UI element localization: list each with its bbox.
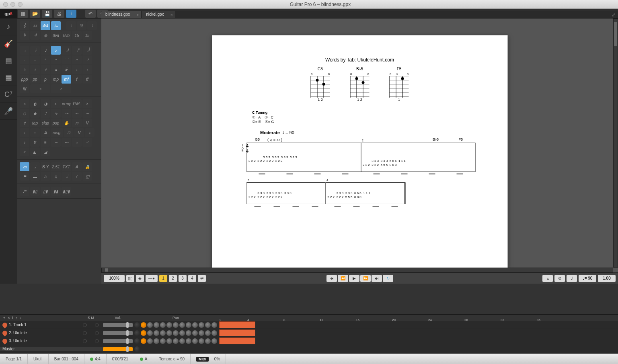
eq-knob[interactable] (166, 322, 172, 328)
arpeggio-down-tool[interactable]: ↓ (20, 128, 29, 137)
close-icon[interactable]: × (136, 12, 139, 19)
sixteenth-note-tool[interactable]: 𝅘𝅥𝅯 (62, 46, 71, 55)
track-name[interactable]: 2. Ukulele (0, 331, 79, 335)
multitrack-button[interactable]: ⇄ (198, 275, 206, 282)
tie-tool[interactable]: ⌒ (62, 55, 71, 64)
page-1-button[interactable]: 1 (159, 275, 167, 282)
eq-knob[interactable] (141, 338, 146, 344)
first-button[interactable]: ⏮ (326, 275, 337, 282)
bend-tool[interactable]: ⤴ (41, 109, 50, 118)
eq-knob[interactable] (179, 330, 185, 336)
solo-button[interactable] (83, 331, 87, 335)
eq-knob[interactable] (186, 322, 191, 328)
countdown-button[interactable]: ⊙ (554, 275, 565, 282)
fade-in-tool[interactable]: ◣ (30, 147, 40, 156)
barline-tool[interactable]: 𝄀 (66, 21, 76, 30)
prevent-tool[interactable]: ⚑ (20, 172, 29, 181)
timer-tool[interactable]: 2:51 (51, 162, 61, 171)
section-tool[interactable]: ▭ (20, 162, 29, 171)
natural-harmonic-tool[interactable]: ◇ (20, 109, 29, 118)
natural-tool[interactable]: ♮ (30, 65, 40, 74)
eq-knob[interactable] (205, 330, 211, 336)
rewind-button[interactable]: ⏪ (338, 275, 348, 282)
eq-knob[interactable] (179, 338, 185, 344)
tuplet-tool[interactable]: ³ (41, 55, 50, 64)
shift-down-tool[interactable]: ↓ (72, 65, 82, 74)
text-tool[interactable]: TXT (62, 162, 71, 171)
solo-button[interactable] (83, 323, 87, 327)
eq-knob[interactable] (154, 338, 159, 344)
ottava-8vb-tool[interactable]: 8vb (62, 31, 71, 40)
page-slider[interactable]: —● (146, 275, 158, 282)
measure-1[interactable]: G5 4 4 3 3 3 3 3 3 3 3 3 3 3 3 2 2 2 2 2… (246, 143, 361, 172)
undo-button[interactable]: ↶ (85, 10, 96, 18)
double-bar-tool[interactable]: 𝄁 (87, 21, 97, 30)
clip[interactable] (219, 329, 255, 336)
multirest-tool[interactable]: ▬ (30, 172, 40, 181)
automation-pan-tool[interactable]: ▯▮ (41, 187, 50, 196)
grace-before-tool[interactable]: ♪ (85, 128, 94, 137)
move-down-icon[interactable]: ↓ (20, 316, 22, 320)
upstroke2-tool[interactable]: V (82, 119, 92, 127)
eq-knob[interactable] (160, 322, 166, 328)
repeat-close-tool[interactable]: 𝄇 (30, 31, 40, 40)
minimize-window-icon[interactable] (10, 2, 15, 7)
mute-button[interactable] (95, 323, 99, 327)
lyrics-panel-icon[interactable]: 🎤 (0, 103, 17, 120)
scrollbar-thumb[interactable] (105, 268, 108, 272)
loop-button[interactable]: ↻ (383, 275, 393, 282)
ghost-note-tool[interactable]: ○ (20, 99, 29, 108)
staccato-tool[interactable]: ♪· (51, 99, 61, 108)
quarter-note-tool[interactable]: ♩ (41, 46, 50, 55)
upstroke-tool[interactable]: ⇑ (20, 119, 29, 127)
artificial-harmonic-tool[interactable]: ◆ (30, 109, 40, 118)
turn-tool[interactable]: ∽ (51, 138, 61, 147)
edition-panel-icon[interactable]: ♪ (0, 18, 17, 35)
dead-note-tool[interactable]: × (82, 99, 92, 108)
play-button[interactable]: ▶ (349, 275, 359, 282)
pan-knob[interactable] (134, 322, 140, 328)
track-timeline[interactable] (219, 329, 618, 337)
instrument-panel-icon[interactable]: 🎸 (0, 35, 17, 52)
eq-knob[interactable] (211, 322, 217, 328)
eq-knob[interactable] (199, 338, 204, 344)
shift-up-tool[interactable]: ↑ (82, 65, 92, 74)
last-button[interactable]: ⏭ (372, 275, 382, 282)
print-button[interactable]: 🖨 (54, 10, 64, 18)
zoom-fit-button[interactable]: ◈ (136, 275, 144, 282)
eq-knob[interactable] (192, 338, 198, 344)
sharp-tool[interactable]: ♯ (41, 65, 50, 74)
track-name[interactable]: 1. Track 1 (0, 323, 79, 327)
eighth-note-tool[interactable]: ♪ (51, 46, 61, 55)
info-button[interactable]: i (66, 10, 76, 18)
downstroke-tool[interactable]: ⊓ (72, 119, 82, 127)
eq-knob[interactable] (199, 330, 204, 336)
lock-tool[interactable]: 🔒 (82, 162, 92, 171)
track-row[interactable]: 3. Ukulele (0, 337, 618, 345)
directions-tool[interactable]: ⊕ (41, 31, 50, 40)
chord-tool[interactable]: A (72, 162, 82, 171)
double-flat-tool[interactable]: 𝄫 (62, 65, 71, 74)
decrescendo-tool[interactable]: ＞ (51, 84, 71, 93)
eq-knob[interactable] (205, 322, 211, 328)
track-timeline[interactable] (219, 321, 618, 329)
eq-knob[interactable] (141, 322, 146, 328)
dynamic-mf-tool[interactable]: mf (62, 75, 71, 84)
by-tool[interactable]: B·Y (41, 162, 50, 171)
wah-open-tool[interactable]: ○ (72, 138, 82, 147)
flat-tool[interactable]: ♭ (20, 65, 29, 74)
eq-knob[interactable] (192, 322, 198, 328)
volume-slider[interactable] (103, 339, 133, 343)
eq-knob[interactable] (166, 330, 172, 336)
horizontal-scrollbar[interactable] (101, 268, 613, 272)
let-ring-tool[interactable]: let ring (62, 99, 71, 108)
brush-down-tool[interactable]: ⇊ (41, 128, 50, 137)
page-3-button[interactable]: 3 (179, 275, 187, 282)
dynamic-ff-tool[interactable]: ff (82, 75, 92, 84)
trill-tool[interactable]: tr (30, 138, 40, 147)
whole-note-tool[interactable]: 𝅝 (20, 46, 29, 55)
crescendo-tool[interactable]: ＜ (30, 84, 50, 93)
chords-panel-icon[interactable]: C⁷ (0, 86, 17, 103)
track-name[interactable]: 3. Ukulele (0, 339, 79, 344)
eq-knob[interactable] (141, 330, 146, 336)
